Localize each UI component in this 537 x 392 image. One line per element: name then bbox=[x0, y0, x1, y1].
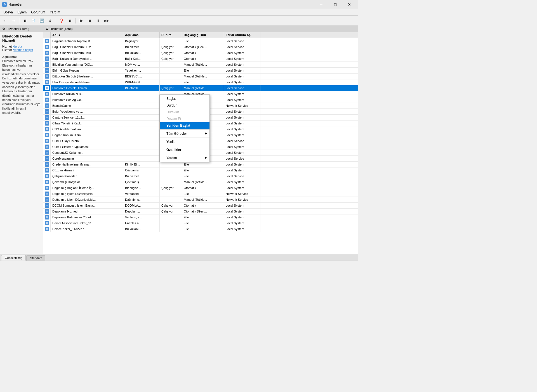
service-name: COM+ Sistem Uygulaması bbox=[51, 144, 123, 150]
table-row[interactable]: ⚙ Dağıtılmış Bağlantı İzleme İş... Bir b… bbox=[43, 185, 358, 191]
menu-bar: Dosya Eylem Görünüm Yardım bbox=[0, 9, 358, 16]
menu-dosya[interactable]: Dosya bbox=[1, 10, 15, 15]
table-row[interactable]: ⚙ Bağlı Cihazlar Platformu Hiz... Bu hiz… bbox=[43, 44, 358, 50]
service-icon-cell: ⚙ bbox=[43, 138, 51, 144]
service-desc: MDM ve ... bbox=[123, 62, 160, 67]
right-header-icon: ⚙ bbox=[46, 27, 49, 31]
service-status: Çalışıyor bbox=[160, 185, 182, 191]
title-bar-controls: – □ ✕ bbox=[315, 0, 356, 9]
service-icon-cell: ⚙ bbox=[43, 220, 51, 226]
service-name: CredentialEnrollmentMana... bbox=[51, 162, 123, 167]
service-name: Bluetooth Ses Ağ Ge... bbox=[51, 97, 123, 103]
pause-service-button[interactable]: ⏸ bbox=[94, 17, 102, 25]
context-menu-item-başlat[interactable]: Başlat bbox=[160, 95, 209, 102]
table-row[interactable]: ⚙ Blok Düzeyinde Yedekleme ... WBENGIN..… bbox=[43, 79, 358, 85]
service-name: Blok Düzeyinde Yedekleme ... bbox=[51, 79, 123, 85]
table-row[interactable]: ⚙ Bağlantı Katmanı Topoloji B... Bilgisa… bbox=[43, 38, 358, 44]
col-oturum[interactable]: Farklı Oturum Aç bbox=[224, 32, 260, 38]
close-button[interactable]: ✕ bbox=[343, 0, 356, 9]
service-logon: Local System bbox=[224, 56, 260, 62]
service-name: Bulut Yedekleme ve ... bbox=[51, 109, 123, 114]
print-button[interactable]: 🖨 bbox=[46, 17, 54, 25]
table-row[interactable]: ⚙ DCOM Sunucusu İşlem Başla... DCOMLA...… bbox=[43, 203, 358, 209]
refresh-button[interactable]: 🔄 bbox=[38, 17, 46, 25]
context-menu-item-yardım[interactable]: Yardım bbox=[160, 155, 209, 161]
maximize-button[interactable]: □ bbox=[329, 0, 342, 9]
new-window-button[interactable]: 📄 bbox=[29, 17, 37, 25]
stop-link[interactable]: durdur bbox=[13, 45, 22, 48]
menu-yardim[interactable]: Yardım bbox=[47, 10, 62, 15]
sort-arrow-up: ▲ bbox=[58, 33, 61, 37]
service-status bbox=[160, 226, 182, 232]
service-icon: ⚙ bbox=[45, 98, 49, 102]
service-name: Bluetooth Destek Hizmeti bbox=[51, 85, 123, 91]
table-row[interactable]: ⚙ Dağıtılmış İşlem Düzenleyicisi... Dağı… bbox=[43, 197, 358, 203]
title-bar-left: ⚙ Hizmetler bbox=[2, 2, 23, 7]
tab-genisletilmis[interactable]: Genişletilmiş bbox=[1, 255, 26, 261]
service-icon: ⚙ bbox=[45, 221, 49, 225]
menu-gorunum[interactable]: Görünüm bbox=[29, 10, 47, 15]
table-row[interactable]: ⚙ Depolama Katmanları Yönet... Verilerin… bbox=[43, 214, 358, 220]
table-row[interactable]: ⚙ Çevrimdışı Dosyalar Çevrimdış... Manue… bbox=[43, 179, 358, 185]
app-icon: ⚙ bbox=[2, 2, 7, 7]
console-button[interactable]: 🖥 bbox=[21, 17, 29, 25]
minimize-button[interactable]: – bbox=[315, 0, 328, 9]
service-icon: ⚙ bbox=[45, 109, 49, 114]
service-desc: Bu hizmet... bbox=[123, 173, 160, 179]
col-ad[interactable]: Ad ▲ bbox=[51, 32, 123, 38]
service-icon-cell: ⚙ bbox=[43, 214, 51, 220]
table-row[interactable]: ⚙ Bildirilen Yapılandırma (DC)... MDM ve… bbox=[43, 62, 358, 68]
menu-eylem[interactable]: Eylem bbox=[15, 10, 29, 15]
context-menu-item-durdur[interactable]: Durdur bbox=[160, 102, 209, 109]
help-button[interactable]: ❓ bbox=[58, 17, 65, 25]
service-name: Cüzdan Hizmeti bbox=[51, 167, 123, 173]
table-row[interactable]: ⚙ Bağlı Cihazlar Platformu Kul... Bu kul… bbox=[43, 50, 358, 56]
service-icon: ⚙ bbox=[45, 80, 49, 84]
context-menu-item-yenile[interactable]: Yenile bbox=[160, 138, 209, 145]
tab-standart[interactable]: Standart bbox=[26, 255, 45, 261]
table-row[interactable]: ⚙ Birim Gölge Kopyası Yedeklem... Elle L… bbox=[43, 68, 358, 74]
table-row[interactable]: ⚙ Dağıtılmış İşlem Düzenleyicisi Veritab… bbox=[43, 191, 358, 197]
service-status bbox=[160, 179, 182, 185]
computer-button[interactable]: 🖥 bbox=[66, 17, 74, 25]
context-menu-item-tüm-görevler[interactable]: Tüm Görevler bbox=[160, 130, 209, 137]
context-menu-item-yeniden-başlat[interactable]: Yeniden Başlat bbox=[160, 122, 209, 129]
table-row[interactable]: ⚙ DeviceAssociationBroker_11... Enables … bbox=[43, 220, 358, 226]
service-logon: Local System bbox=[224, 209, 260, 214]
table-row[interactable]: ⚙ BitLocker Sürücü Şifreleme ... BDESVC,… bbox=[43, 74, 358, 79]
service-name: CoreMessaging bbox=[51, 156, 123, 161]
col-aciklama[interactable]: Açıklama bbox=[123, 32, 160, 38]
service-starttype: Manuel (Tetikle... bbox=[182, 179, 224, 185]
service-desc: Bilgisayar ... bbox=[123, 38, 160, 44]
col-baslangic[interactable]: Başlangıç Türü bbox=[182, 32, 224, 38]
table-row[interactable]: ⚙ Çalışma Klasörleri Bu hizmet... Elle L… bbox=[43, 173, 358, 179]
service-icon: ⚙ bbox=[45, 45, 49, 49]
restart-link[interactable]: yeniden başlat bbox=[13, 48, 33, 51]
table-row[interactable]: ⚙ DevicePicker_11d22b7 Bu kullanı... Ell… bbox=[43, 226, 358, 232]
service-icon: ⚙ bbox=[45, 215, 49, 219]
service-logon: Local Service bbox=[224, 44, 260, 50]
context-menu-item-özellikler[interactable]: Özellikler bbox=[160, 147, 209, 153]
service-starttype: Manuel (Tetikle... bbox=[182, 74, 224, 79]
service-icon-cell: ⚙ bbox=[43, 156, 51, 161]
service-starttype: Elle bbox=[182, 79, 224, 85]
table-row[interactable]: ⚙ Bağlı Kullanıcı Deneyimleri ... Bağlı … bbox=[43, 56, 358, 62]
table-row[interactable]: ⚙ CredentialEnrollmentMana... Kimlik Bil… bbox=[43, 162, 358, 167]
forward-button[interactable]: → bbox=[10, 17, 17, 25]
service-icon-cell: ⚙ bbox=[43, 50, 51, 56]
table-row[interactable]: ⚙ Bluetooth Destek Hizmeti Bluetooth... … bbox=[43, 85, 358, 91]
service-icon: ⚙ bbox=[45, 186, 49, 190]
service-status bbox=[160, 167, 182, 173]
service-starttype: Elle bbox=[182, 167, 224, 173]
start-service-button[interactable]: ▶ bbox=[77, 17, 85, 25]
table-row[interactable]: ⚙ Depolama Hizmeti Depolam... Çalışıyor … bbox=[43, 209, 358, 214]
service-name: Bildirilen Yapılandırma (DC)... bbox=[51, 62, 123, 67]
service-starttype: Manuel (Tetikle... bbox=[182, 85, 224, 91]
stop-service-button[interactable]: ⏹ bbox=[86, 17, 94, 25]
table-row[interactable]: ⚙ Cüzdan Hizmeti Cüzdan is... Elle Local… bbox=[43, 167, 358, 173]
service-icon: ⚙ bbox=[45, 197, 49, 202]
restart-service-button[interactable]: ▶▶ bbox=[103, 17, 110, 25]
col-durum[interactable]: Durum bbox=[160, 32, 182, 38]
back-button[interactable]: ← bbox=[1, 17, 9, 25]
service-icon-cell: ⚙ bbox=[43, 79, 51, 85]
